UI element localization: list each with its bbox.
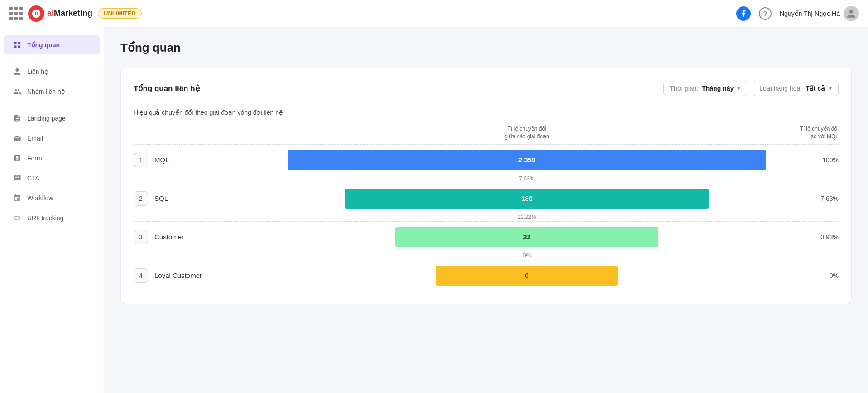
funnel-row-customer: 3 Customer 22 0,93% [134,221,839,252]
page-icon [13,114,22,123]
time-filter-value: Tháng này [702,85,734,92]
card-title: Tổng quan liên hệ [134,84,200,93]
sidebar-label-workflow: Workflow [27,194,53,202]
funnel-row-sql: 2 SQL 180 7,63% [134,183,839,214]
card-header: Tổng quan liên hệ Thời gian: Tháng này ▾… [134,81,839,96]
bar-wrap-loyal: 0 [288,266,766,286]
stage-name-loyal: Loyal Customer [154,272,202,279]
group-icon [13,87,22,96]
stage-name-sql: SQL [154,194,168,202]
overview-card: Tổng quan liên hệ Thời gian: Tháng này ▾… [120,68,852,304]
product-filter-value: Tất cả [806,85,825,92]
sidebar-item-lien-he[interactable]: Liên hệ [4,62,100,81]
sidebar-label-cta: CTA [27,175,39,182]
stage-mql: 1 MQL [134,153,288,167]
time-filter-label: Thời gian: [670,85,699,92]
grid-icon [13,40,22,49]
col-conversion-between-header: Tỉ lệ chuyển đổigiữa các giai đoạn [288,125,766,141]
sidebar-label-email: Email [27,135,43,142]
user-info[interactable]: Nguyễn Thị Ngọc Hà [780,6,859,21]
bar-mql: 2.358 [288,150,766,170]
rate-customer: 0,93% [766,233,839,241]
link-icon [13,213,22,223]
topnav-right: ? Nguyễn Thị Ngọc Hà [736,6,859,21]
funnel-row-loyal: 4 Loyal Customer 0 0% [134,260,839,291]
funnel-table: Tỉ lệ chuyển đổigiữa các giai đoạn Tỉ lệ… [134,125,839,291]
sidebar-label-form: Form [27,155,42,162]
topnav-left: aiMarketing UNLIMITED [9,5,142,22]
conversion-between-2-3: 12,22% [134,214,839,221]
rate-mql: 100% [766,156,839,164]
product-filter-label: Loại hàng hóa: [759,85,802,92]
sidebar-item-email[interactable]: Email [4,129,100,148]
layout: Tổng quan Liên hệ Nhóm liên hệ Landing p… [0,27,868,393]
funnel-title: Hiệu quả chuyển đổi theo giai đoạn vòng … [134,109,839,116]
card-filters: Thời gian: Tháng này ▾ Loại hàng hóa: Tấ… [663,81,839,96]
bar-sql: 180 [345,189,709,209]
logo: aiMarketing [28,5,92,22]
sidebar-label-nhom-lien-he: Nhóm liên hệ [27,88,65,95]
stage-num-3: 3 [134,230,148,244]
sidebar-item-landing-page[interactable]: Landing page [4,109,100,128]
bar-wrap-mql: 2.358 [288,150,766,170]
sidebar-label-lien-he: Liên hệ [27,68,48,75]
svg-rect-0 [14,42,16,44]
stage-name-customer: Customer [154,233,184,241]
cta-icon [13,174,22,183]
svg-rect-1 [18,42,20,44]
sidebar-item-workflow[interactable]: Workflow [4,189,100,208]
bar-wrap-customer: 22 [288,227,766,247]
user-name: Nguyễn Thị Ngọc Hà [780,10,840,17]
unlimited-badge: UNLIMITED [98,8,142,19]
stage-name-mql: MQL [154,156,169,164]
sidebar-item-url-tracking[interactable]: URL tracking [4,209,100,228]
time-filter-chevron: ▾ [737,85,740,92]
col-conversion-mql-header: Tỉ lệ chuyển đổiso với MQL [766,125,839,141]
stage-sql: 2 SQL [134,191,288,206]
grid-menu-icon[interactable] [9,7,23,20]
svg-rect-3 [18,46,20,48]
rate-loyal: 0% [766,272,839,279]
bar-loyal: 0 [436,266,618,286]
sidebar-divider-2 [7,105,96,105]
sidebar-item-tong-quan[interactable]: Tổng quan [4,35,100,54]
page-title: Tổng quan [120,41,852,55]
sidebar-label-landing-page: Landing page [27,115,66,122]
bar-wrap-sql: 180 [288,189,766,209]
stage-num-4: 4 [134,268,148,283]
funnel-header: Tỉ lệ chuyển đổigiữa các giai đoạn Tỉ lệ… [134,125,839,144]
logo-icon [28,5,44,22]
stage-num-2: 2 [134,191,148,206]
topnav: aiMarketing UNLIMITED ? Nguyễn Thị Ngọc … [0,0,868,27]
stage-loyal: 4 Loyal Customer [134,268,288,283]
bar-customer: 22 [395,227,658,247]
sidebar-label-tong-quan: Tổng quan [27,41,60,49]
logo-text: aiMarketing [47,9,92,18]
funnel-row-mql: 1 MQL 2.358 100% [134,144,839,175]
avatar [844,6,859,21]
email-icon [13,134,22,143]
workflow-icon [13,194,22,203]
sidebar-item-cta[interactable]: CTA [4,169,100,188]
product-filter[interactable]: Loại hàng hóa: Tất cả ▾ [753,81,839,96]
person-icon [13,67,22,76]
conversion-between-1-2: 7,63% [134,175,839,183]
sidebar-item-form[interactable]: Form [4,149,100,168]
product-filter-chevron: ▾ [829,85,832,92]
sidebar-item-nhom-lien-he[interactable]: Nhóm liên hệ [4,82,100,101]
facebook-icon[interactable] [736,6,751,21]
svg-rect-2 [14,46,16,48]
stage-num-1: 1 [134,153,148,167]
sidebar-label-url-tracking: URL tracking [27,214,63,222]
sidebar: Tổng quan Liên hệ Nhóm liên hệ Landing p… [0,27,104,393]
time-filter[interactable]: Thời gian: Tháng này ▾ [663,81,748,96]
stage-customer: 3 Customer [134,230,288,244]
main-content: Tổng quan Tổng quan liên hệ Thời gian: T… [104,27,868,393]
form-icon [13,154,22,163]
conversion-between-3-4: 0% [134,252,839,260]
rate-sql: 7,63% [766,195,839,202]
sidebar-divider-1 [7,58,96,58]
help-icon[interactable]: ? [759,7,772,20]
